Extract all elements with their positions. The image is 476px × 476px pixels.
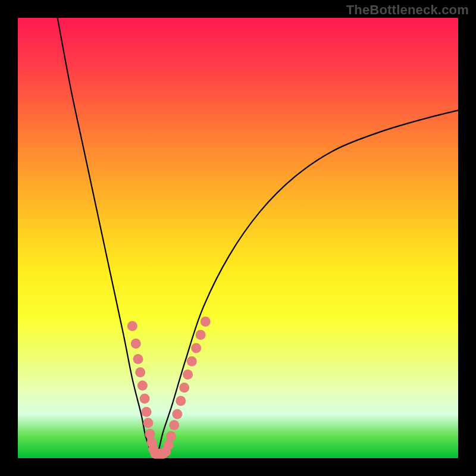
bottleneck-curve	[58, 18, 458, 458]
marker-point	[127, 321, 137, 331]
marker-point	[140, 394, 150, 404]
marker-point	[143, 418, 154, 428]
marker-point	[145, 429, 155, 439]
marker-point	[172, 409, 182, 419]
marker-point	[137, 380, 148, 390]
marker-point	[131, 339, 141, 349]
plot-area	[18, 18, 458, 458]
marker-point	[133, 354, 143, 364]
marker-point	[166, 431, 176, 441]
marker-point	[176, 396, 186, 406]
chart-frame: TheBottleneck.com	[0, 0, 476, 476]
marker-point	[196, 330, 206, 340]
marker-point	[187, 356, 197, 367]
marker-point	[191, 343, 201, 353]
marker-point	[201, 317, 211, 327]
watermark-text: TheBottleneck.com	[346, 2, 469, 18]
chart-svg	[18, 18, 458, 458]
marker-point	[135, 367, 145, 377]
marker-group	[127, 317, 211, 459]
marker-point	[164, 440, 174, 450]
marker-point	[142, 407, 152, 417]
marker-point	[169, 420, 179, 430]
marker-point	[183, 369, 193, 380]
marker-point	[179, 383, 189, 393]
